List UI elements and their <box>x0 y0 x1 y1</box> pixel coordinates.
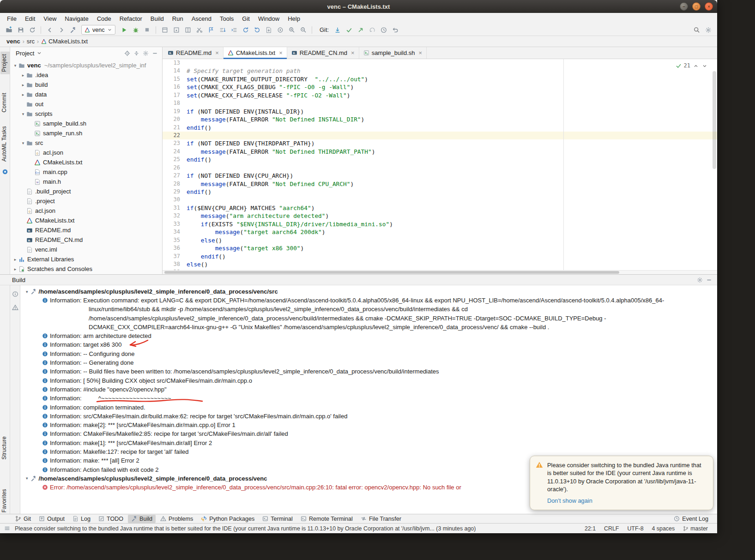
history-icon[interactable] <box>378 25 389 35</box>
tree-item-build[interactable]: ▸build <box>10 80 162 90</box>
export-icon[interactable] <box>263 25 274 35</box>
chevron-expanded-icon[interactable]: ▾ <box>26 289 28 294</box>
scissors-icon[interactable] <box>194 25 205 35</box>
build-message[interactable]: Information: arm architecture detected <box>20 331 717 340</box>
tree-item-venc-iml[interactable]: venc.iml <box>10 245 162 254</box>
split-icon[interactable] <box>182 25 193 35</box>
automl-icon[interactable] <box>2 169 8 175</box>
breadcrumb-item-src[interactable]: src <box>27 38 35 45</box>
scrollbar-thumb[interactable] <box>164 271 619 274</box>
status-utf-8[interactable]: UTF-8 <box>627 525 643 532</box>
tool-button-problems[interactable]: Problems <box>157 515 196 523</box>
sort-lines-icon[interactable] <box>217 25 228 35</box>
code-line[interactable]: 15set(CMAKE_RUNTIME_OUTPUT_DIRECTORY "..… <box>163 75 717 83</box>
tab-cmakelists-txt[interactable]: CMakeLists.txt× <box>223 47 287 59</box>
locate-icon[interactable] <box>122 48 132 58</box>
code-line[interactable]: 18 <box>163 99 717 107</box>
code-line[interactable]: 20 message(FATAL_ERROR "Not Defined INST… <box>163 115 717 123</box>
line-number[interactable]: 30 <box>163 196 187 204</box>
editor-horizontal-scrollbar[interactable] <box>163 270 717 274</box>
settings-icon[interactable] <box>695 275 704 284</box>
tool-stripe-commit[interactable]: Commit <box>0 90 10 115</box>
rollback-icon[interactable] <box>367 25 377 35</box>
tab-close-icon[interactable]: × <box>351 49 355 56</box>
hamburger-icon[interactable] <box>4 525 11 532</box>
menu-help[interactable]: Help <box>284 14 304 24</box>
tab-close-icon[interactable]: × <box>215 49 219 56</box>
code-line[interactable]: 30 <box>163 196 717 204</box>
tool-button-build[interactable]: Build <box>128 515 156 523</box>
build-message[interactable]: Information: make[2]: *** [src/CMakeFile… <box>20 421 717 429</box>
code-line[interactable]: 17set(CMAKE_CXX_FLAGS_RELEASE "-fPIC -O2… <box>163 91 717 99</box>
collapse-all-icon[interactable] <box>132 48 141 58</box>
maximize-button[interactable] <box>692 2 701 11</box>
tab-close-icon[interactable]: × <box>279 49 283 56</box>
menu-code[interactable]: Code <box>93 14 115 24</box>
code-line[interactable]: 35 else() <box>163 236 717 244</box>
chevron-expanded-icon[interactable]: ▾ <box>12 63 18 68</box>
chevron-collapsed-icon[interactable]: ▸ <box>12 257 18 262</box>
chevron-down-icon[interactable] <box>36 50 42 57</box>
line-number[interactable]: 17 <box>163 91 187 99</box>
menu-edit[interactable]: Edit <box>21 14 39 24</box>
tree-item-sample-run-sh[interactable]: sample_run.sh <box>10 128 162 138</box>
menu-view[interactable]: View <box>39 14 60 24</box>
dont-show-again-link[interactable]: Don't show again <box>547 497 592 505</box>
line-number[interactable]: 15 <box>163 75 187 83</box>
menu-git[interactable]: Git <box>238 14 254 24</box>
build-message[interactable]: Information: target x86 300 <box>20 340 717 349</box>
tool-button-output[interactable]: Output <box>36 515 68 523</box>
tool-button-todo[interactable]: TODO <box>95 515 127 523</box>
line-number[interactable]: 25 <box>163 156 187 163</box>
chevron-collapsed-icon[interactable]: ▸ <box>20 92 26 97</box>
tree-item-idea[interactable]: ▸.idea <box>10 70 162 80</box>
code-line[interactable]: 25endif() <box>163 156 717 163</box>
build-message[interactable]: Information: #include "opencv2/opencv.hp… <box>20 385 717 394</box>
commit-icon[interactable] <box>344 25 354 35</box>
line-number[interactable]: 36 <box>163 244 187 252</box>
code-line[interactable]: 23if (NOT DEFINED ENV{THIRDPART_PATH}) <box>163 139 717 147</box>
line-number[interactable]: 32 <box>163 212 187 220</box>
chevron-collapsed-icon[interactable]: ▸ <box>20 83 26 87</box>
code-line[interactable]: 28 message(FATAL_ERROR "Not Defined CPU_… <box>163 180 717 188</box>
debug-icon[interactable] <box>130 25 141 35</box>
tab-sample-build-sh[interactable]: sample_build.sh× <box>359 47 427 59</box>
line-number[interactable]: 27 <box>163 172 187 180</box>
sync-blue-icon[interactable] <box>240 25 251 35</box>
save-icon[interactable] <box>15 25 26 35</box>
menu-window[interactable]: Window <box>254 14 284 24</box>
zoom-out-icon[interactable] <box>298 25 308 35</box>
tree-item-acl-json[interactable]: {}acl.json <box>10 206 162 216</box>
tree-item-sample-build-sh[interactable]: sample_build.sh <box>10 119 162 128</box>
search-icon[interactable] <box>691 25 702 35</box>
chevron-expanded-icon[interactable]: ▾ <box>26 476 28 481</box>
code-line[interactable]: 33 if(EXISTS "$ENV{INSTALL_DIR}/driver/l… <box>163 220 717 228</box>
build-message[interactable]: Information: compilation terminated. <box>20 403 717 412</box>
filter-info-icon[interactable] <box>11 289 20 299</box>
hide-icon[interactable] <box>150 48 159 58</box>
tab-readme-cn-md[interactable]: M↓README_CN.md× <box>287 47 359 59</box>
code-line[interactable]: 38else() <box>163 260 717 268</box>
tool-button-terminal[interactable]: Terminal <box>259 515 296 523</box>
tool-button-python-packages[interactable]: Python Packages <box>198 515 258 523</box>
menu-file[interactable]: File <box>3 14 21 24</box>
line-number[interactable]: 23 <box>163 139 187 147</box>
update-project-icon[interactable] <box>332 25 343 35</box>
build-hammer-icon[interactable] <box>67 25 78 35</box>
status-4-spaces[interactable]: 4 spaces <box>652 525 675 532</box>
line-number[interactable]: 34 <box>163 228 187 236</box>
flag-icon[interactable] <box>205 25 216 35</box>
code-line[interactable]: 21endif() <box>163 124 717 132</box>
editor-vertical-scrollbar[interactable] <box>713 59 717 270</box>
next-problem-icon[interactable] <box>701 62 708 69</box>
line-number[interactable]: 16 <box>163 83 187 91</box>
build-message[interactable]: Information: [ 50%] Building CXX object … <box>20 376 717 385</box>
menu-ascend[interactable]: Ascend <box>187 14 216 24</box>
tab-close-icon[interactable]: × <box>419 49 423 56</box>
code-line[interactable]: 36 message("target x86 300") <box>163 244 717 252</box>
code-line[interactable]: 22 <box>163 132 717 139</box>
chevron-expanded-icon[interactable]: ▾ <box>20 112 26 116</box>
menu-tools[interactable]: Tools <box>216 14 238 24</box>
code-line[interactable]: 26 <box>163 164 717 172</box>
tree-item-cmakelists-txt[interactable]: CMakeLists.txt <box>10 157 162 167</box>
